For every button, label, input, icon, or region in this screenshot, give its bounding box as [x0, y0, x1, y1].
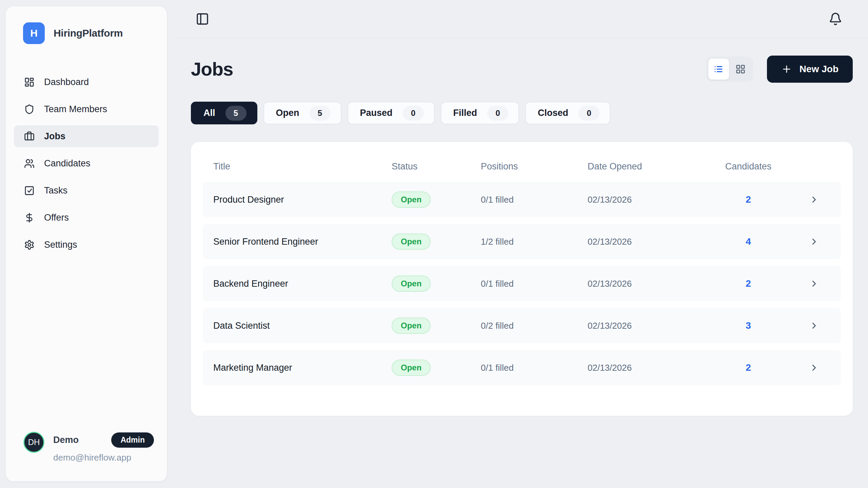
table-header: Title Status Positions Date Opened Candi… [203, 159, 841, 174]
filter-tab-all[interactable]: All 5 [191, 102, 257, 124]
job-title: Senior Frontend Engineer [203, 237, 392, 247]
tab-count-badge: 0 [403, 106, 424, 121]
user-name: Demo [53, 435, 79, 445]
briefcase-icon [24, 131, 35, 142]
candidates-count[interactable]: 4 [709, 236, 787, 247]
sidebar-item-label: Offers [44, 212, 69, 223]
chevron-right-icon[interactable] [809, 195, 819, 205]
app-logo: H [23, 22, 45, 44]
filter-tab-closed[interactable]: Closed 0 [525, 102, 610, 124]
sidebar-item-team-members[interactable]: Team Members [14, 98, 159, 120]
table-row[interactable]: Backend Engineer Open 0/1 filled 02/13/2… [203, 266, 841, 301]
date-opened-value: 02/13/2026 [588, 237, 709, 247]
plus-icon [781, 64, 792, 75]
status-badge: Open [392, 360, 431, 376]
status-badge: Open [392, 276, 431, 292]
tab-count-badge: 0 [487, 106, 508, 121]
grid-icon [735, 64, 746, 74]
filter-tab-open[interactable]: Open 5 [263, 102, 341, 124]
sidebar-nav: Dashboard Team Members Jobs Candidates T… [6, 71, 167, 256]
tab-label: Closed [538, 108, 568, 118]
page-title: Jobs [191, 58, 233, 80]
user-profile[interactable]: DH Demo Admin demo@hireflow.app [6, 432, 167, 481]
avatar: DH [23, 432, 44, 453]
tab-label: Open [276, 108, 299, 118]
positions-value: 0/1 filled [481, 363, 588, 373]
chevron-right-icon[interactable] [809, 321, 819, 331]
tab-label: All [203, 108, 215, 118]
table-row[interactable]: Data Scientist Open 0/2 filled 02/13/202… [203, 308, 841, 343]
candidates-count[interactable]: 3 [709, 320, 787, 331]
tab-label: Filled [453, 108, 477, 118]
filter-tab-filled[interactable]: Filled 0 [441, 102, 519, 124]
candidates-count[interactable]: 2 [709, 278, 787, 289]
candidates-count[interactable]: 2 [709, 194, 787, 205]
status-badge: Open [392, 191, 431, 208]
panel-left-icon [196, 12, 209, 26]
column-header-positions: Positions [481, 161, 588, 172]
job-title: Marketing Manager [203, 363, 392, 373]
view-toggle [706, 57, 753, 82]
user-email: demo@hireflow.app [53, 452, 154, 463]
chevron-right-icon[interactable] [809, 279, 819, 289]
list-icon [713, 64, 724, 74]
column-header-title: Title [203, 161, 392, 172]
column-header-date-opened: Date Opened [588, 161, 709, 172]
chevron-right-icon[interactable] [809, 237, 819, 247]
gear-icon [24, 240, 35, 250]
positions-value: 0/2 filled [481, 321, 588, 331]
column-header-candidates: Candidates [709, 161, 787, 172]
sidebar-item-jobs[interactable]: Jobs [14, 125, 159, 147]
date-opened-value: 02/13/2026 [588, 279, 709, 289]
sidebar-item-tasks[interactable]: Tasks [14, 180, 159, 201]
new-job-button[interactable]: New Job [767, 56, 853, 83]
topbar [174, 0, 868, 38]
sidebar-item-label: Dashboard [44, 77, 89, 87]
tab-count-badge: 5 [310, 106, 331, 121]
task-check-icon [24, 185, 35, 196]
candidates-count[interactable]: 2 [709, 362, 787, 373]
list-view-button[interactable] [708, 59, 729, 80]
table-row[interactable]: Senior Frontend Engineer Open 1/2 filled… [203, 224, 841, 259]
job-title: Backend Engineer [203, 279, 392, 289]
sidebar-item-label: Team Members [44, 104, 107, 115]
dollar-icon [24, 212, 35, 223]
tab-count-badge: 5 [225, 106, 246, 121]
chevron-right-icon[interactable] [809, 363, 819, 373]
notifications-button[interactable] [829, 12, 842, 26]
positions-value: 0/1 filled [481, 195, 588, 205]
sidebar-toggle-button[interactable] [196, 12, 209, 26]
sidebar-item-label: Jobs [44, 131, 65, 142]
date-opened-value: 02/13/2026 [588, 195, 709, 205]
sidebar-item-settings[interactable]: Settings [14, 234, 159, 256]
sidebar-item-label: Tasks [44, 185, 67, 196]
filter-tabs: All 5 Open 5 Paused 0 Filled 0 Closed 0 [191, 102, 853, 124]
sidebar-item-label: Candidates [44, 158, 91, 169]
sidebar-item-dashboard[interactable]: Dashboard [14, 71, 159, 93]
sidebar-item-candidates[interactable]: Candidates [14, 152, 159, 174]
new-job-label: New Job [800, 64, 839, 75]
tab-count-badge: 0 [578, 106, 599, 121]
brand: H HiringPlatform [6, 6, 167, 44]
table-row[interactable]: Product Designer Open 0/1 filled 02/13/2… [203, 182, 841, 217]
bell-icon [829, 12, 842, 26]
grid-view-button[interactable] [730, 59, 751, 80]
shield-icon [24, 104, 35, 115]
sidebar: H HiringPlatform Dashboard Team Members … [5, 6, 167, 482]
date-opened-value: 02/13/2026 [588, 321, 709, 331]
main-area: Jobs [167, 0, 868, 488]
users-icon [24, 158, 35, 169]
jobs-table-card: Title Status Positions Date Opened Candi… [191, 142, 853, 416]
table-row[interactable]: Marketing Manager Open 0/1 filled 02/13/… [203, 350, 841, 385]
date-opened-value: 02/13/2026 [588, 363, 709, 373]
status-badge: Open [392, 318, 431, 334]
column-header-status: Status [392, 161, 481, 172]
role-badge: Admin [111, 432, 154, 448]
content: Jobs [167, 38, 868, 416]
status-badge: Open [392, 233, 431, 250]
sidebar-item-offers[interactable]: Offers [14, 207, 159, 228]
positions-value: 0/1 filled [481, 279, 588, 289]
tab-label: Paused [360, 108, 393, 118]
filter-tab-paused[interactable]: Paused 0 [348, 102, 435, 124]
job-title: Product Designer [203, 195, 392, 205]
